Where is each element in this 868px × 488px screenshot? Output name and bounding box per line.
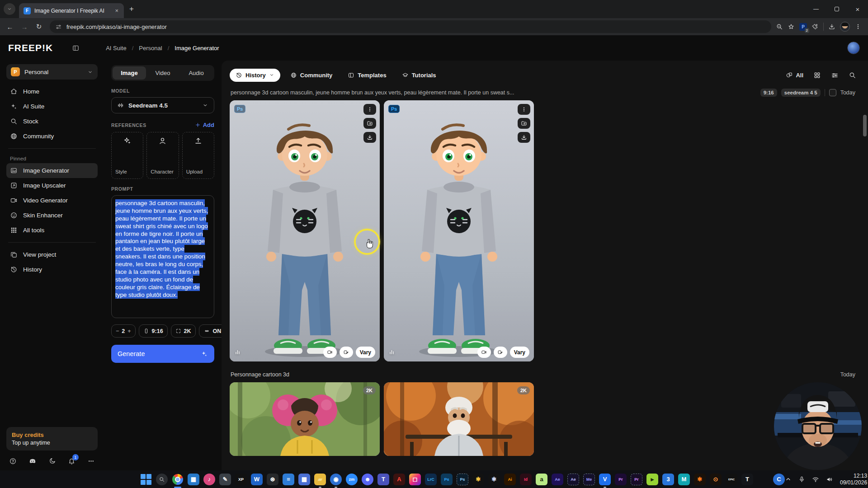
taskbar-icon-epic-games[interactable]: EPIC	[726, 474, 737, 485]
taskbar-icon-indesign[interactable]: Id	[520, 474, 532, 485]
sidebar-item-home[interactable]: Home	[6, 84, 98, 99]
microphone-icon[interactable]	[798, 476, 805, 483]
help-icon[interactable]	[9, 457, 17, 465]
tab-search-button[interactable]	[4, 3, 15, 15]
workspace-selector[interactable]: P Personal	[6, 64, 98, 80]
vary-button[interactable]: Vary	[356, 347, 375, 358]
reload-button[interactable]: ↻	[33, 20, 45, 33]
taskbar-icon-photoshop-beta[interactable]: Ps	[457, 474, 468, 485]
taskbar-icon-premiere[interactable]: Pr	[615, 474, 627, 485]
reference-character[interactable]: Character	[146, 132, 179, 179]
taskbar-icon-substance[interactable]: ✱	[488, 474, 500, 485]
taskbar-icon-maya[interactable]: M	[678, 474, 690, 485]
new-tab-button[interactable]: +	[129, 5, 134, 14]
taskbar-icon-photoshop[interactable]: Ps	[441, 474, 453, 485]
prompt-textarea[interactable]: personnage 3d cartoon masculin, jeune ho…	[111, 195, 214, 318]
tab-image[interactable]: Image	[113, 66, 146, 80]
taskbar-icon-after-effects[interactable]: Ae	[552, 474, 563, 485]
resolution-control[interactable]: 2K	[171, 324, 196, 338]
forward-button[interactable]: →	[18, 20, 31, 33]
taskbar-icon-zoom[interactable]: zm	[346, 474, 358, 485]
layout-grid-icon[interactable]	[813, 71, 821, 79]
sidebar-toggle-icon[interactable]	[72, 44, 80, 52]
taskbar-icon-notepad[interactable]: ≡	[283, 474, 294, 485]
downloads-icon[interactable]	[828, 23, 835, 30]
reference-upload[interactable]: Upload	[182, 132, 214, 179]
zoom-icon[interactable]	[776, 23, 783, 30]
edit-image-button[interactable]	[340, 347, 353, 358]
taskbar-icon-v-app[interactable]: V	[599, 474, 611, 485]
browser-tab[interactable]: F Image Generator I Freepik AI ×	[19, 3, 124, 18]
generated-image-1[interactable]: Ps Vary	[230, 100, 380, 361]
animate-button[interactable]	[323, 347, 337, 358]
minus-icon[interactable]: −	[116, 328, 119, 334]
bookmark-star-icon[interactable]	[788, 23, 795, 30]
freepik-logo[interactable]: FREEP!K	[8, 42, 53, 53]
close-button[interactable]: ×	[847, 0, 868, 18]
taskbar-icon-premiere-beta[interactable]: Pr	[631, 474, 642, 485]
taskbar-icon-lightroom-classic[interactable]: LrC	[425, 474, 437, 485]
browser-menu-icon[interactable]	[854, 23, 862, 30]
chart-icon[interactable]	[388, 349, 395, 356]
dark-mode-moon-icon[interactable]	[49, 457, 56, 465]
move-to-folder-icon[interactable]	[363, 118, 376, 129]
taskbar-icon-blender[interactable]: ⊙	[710, 474, 722, 485]
card-menu-icon[interactable]	[518, 104, 530, 115]
model-selector[interactable]: Seedream 4.5	[111, 97, 214, 113]
browser-profile-avatar[interactable]	[840, 22, 850, 32]
sidebar-item-skin-enhancer[interactable]: Skin Enhancer	[6, 208, 98, 223]
download-icon[interactable]	[518, 132, 530, 143]
tab-close-icon[interactable]: ×	[114, 7, 119, 14]
buy-credits-card[interactable]: Buy credits Top up anytime	[6, 427, 98, 450]
more-options-icon[interactable]	[87, 457, 95, 465]
wifi-icon[interactable]	[812, 476, 819, 483]
taskbar-icon-app-play[interactable]: ▶	[646, 474, 658, 485]
address-bar[interactable]: freepik.com/pikaso/ai-image-generator	[50, 20, 771, 33]
user-avatar[interactable]	[847, 42, 860, 54]
taskbar-icon-media-encoder-beta[interactable]: Me	[583, 474, 595, 485]
taskbar-icon-3d-app[interactable]: 3	[662, 474, 674, 485]
taskbar-icon-xppen[interactable]: XP	[235, 474, 247, 485]
generated-image-2[interactable]: Ps Vary	[384, 100, 534, 361]
taskbar-icon-calculator[interactable]: ▦	[298, 474, 310, 485]
generated-image-girl[interactable]: 2K	[230, 382, 380, 456]
sidebar-item-image-generator[interactable]: Image Generator	[6, 163, 98, 178]
taskbar-icon-search[interactable]	[156, 474, 168, 485]
batch1-prompt-preview[interactable]: personnage 3d cartoon masculin, jeune ho…	[231, 89, 514, 96]
taskbar-icon-teams[interactable]: T	[377, 474, 389, 485]
breadcrumb-personal[interactable]: Personal	[139, 45, 162, 52]
sidebar-item-history[interactable]: History	[6, 262, 98, 277]
filter-all-button[interactable]: All	[786, 71, 803, 79]
tab-audio[interactable]: Audio	[179, 66, 213, 80]
breadcrumb-ai-suite[interactable]: AI Suite	[106, 45, 127, 52]
taskbar-icon-app-a[interactable]: a	[536, 474, 547, 485]
nav-templates-button[interactable]: Templates	[342, 69, 392, 82]
taskbar-icon-file-explorer[interactable]: ▰	[314, 474, 326, 485]
notifications-bell-icon[interactable]: 1	[68, 457, 75, 465]
batch2-title[interactable]: Personnage cartoon 3d	[231, 371, 289, 378]
breadcrumb-image-generator[interactable]: Image Generator	[175, 45, 219, 52]
taskbar-icon-acrobat[interactable]: A	[393, 474, 405, 485]
taskbar-icon-after-effects-beta[interactable]: Ae	[567, 474, 579, 485]
taskbar-icon-chrome[interactable]	[172, 474, 184, 485]
edit-image-button[interactable]	[494, 347, 507, 358]
nav-tutorials-button[interactable]: Tutorials	[396, 69, 442, 82]
discord-icon[interactable]	[28, 457, 37, 465]
taskbar-icon-firefly[interactable]: ✱	[472, 474, 484, 485]
paypal-extension-icon[interactable]: P 2	[799, 23, 807, 31]
vary-button[interactable]: Vary	[510, 347, 529, 358]
taskbar-icon-itunes[interactable]: ♪	[203, 474, 215, 485]
taskbar-clock[interactable]: 12:13 09/01/2026	[840, 473, 867, 486]
back-button[interactable]: ←	[4, 20, 16, 33]
taskbar-icon-video-editor[interactable]: ✎	[219, 474, 231, 485]
image-count-stepper[interactable]: − 2 +	[111, 324, 136, 338]
taskbar-icon-start[interactable]	[140, 474, 152, 485]
taskbar-icon-chatgpt[interactable]: ⊛	[267, 474, 278, 485]
sidebar-item-video-generator[interactable]: Video Generator	[6, 193, 98, 208]
reference-style[interactable]: Style	[111, 132, 143, 179]
maximize-button[interactable]	[826, 0, 847, 18]
batch-select-checkbox[interactable]	[829, 89, 836, 96]
generate-button[interactable]: Generate	[111, 345, 214, 363]
sidebar-item-image-upscaler[interactable]: Image Upscaler	[6, 178, 98, 193]
search-icon[interactable]	[849, 71, 856, 79]
